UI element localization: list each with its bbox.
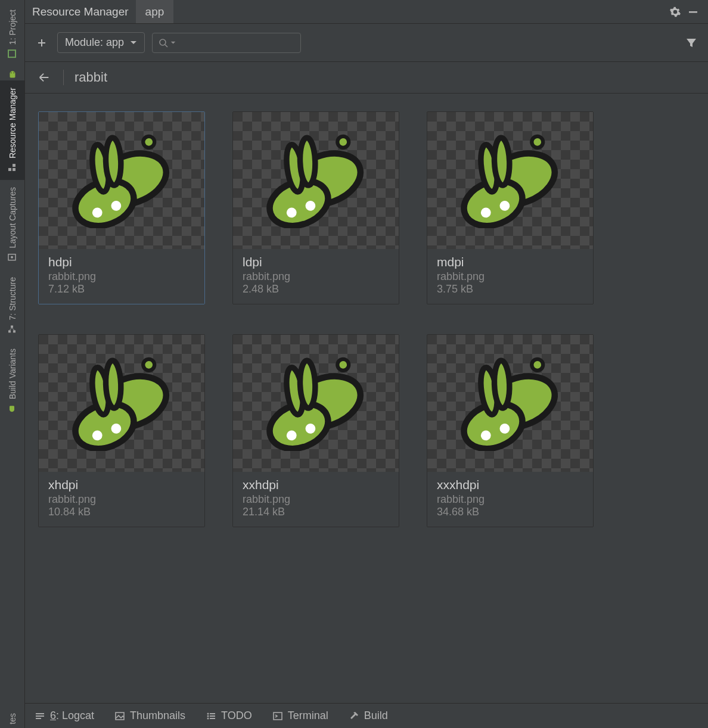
resource-grid: hdpi rabbit.png 7.12 kB ldpi rabbit.png … xyxy=(38,111,695,527)
hammer-icon xyxy=(349,711,359,721)
module-tab-label: app xyxy=(145,5,164,18)
sidebar-item-label: Build Variants xyxy=(8,349,17,399)
svg-rect-5 xyxy=(13,164,16,167)
search-box[interactable] xyxy=(152,33,301,53)
bottom-item-label: TODO xyxy=(221,710,252,722)
svg-rect-0 xyxy=(9,50,16,57)
filter-icon xyxy=(685,37,697,49)
svg-rect-16 xyxy=(36,713,44,714)
resource-info: xxhdpi rabbit.png 21.14 kB xyxy=(233,472,399,527)
module-select[interactable]: Module: app xyxy=(57,32,145,53)
top-tab-bar: Resource Manager app xyxy=(25,0,708,24)
rabbit-icon xyxy=(253,133,378,228)
resource-size: 10.84 kB xyxy=(48,506,195,518)
resource-card[interactable]: xxxhdpi rabbit.png 34.68 kB xyxy=(427,334,594,527)
bottom-item-logcat[interactable]: 6: Logcat xyxy=(35,710,94,722)
svg-line-11 xyxy=(13,328,15,330)
search-icon xyxy=(159,38,168,48)
rabbit-icon xyxy=(448,133,573,228)
plus-icon xyxy=(36,38,47,48)
resource-card[interactable]: hdpi rabbit.png 7.12 kB xyxy=(38,111,205,304)
svg-point-24 xyxy=(207,717,209,719)
captures-icon xyxy=(7,252,18,263)
resource-thumbnail xyxy=(233,335,399,472)
bottom-item-thumbnails[interactable]: Thumbnails xyxy=(114,710,185,722)
add-button[interactable] xyxy=(33,35,50,51)
resource-filename: rabbit.png xyxy=(243,493,389,506)
svg-point-20 xyxy=(207,713,209,714)
resource-filename: rabbit.png xyxy=(48,493,195,506)
terminal-icon xyxy=(272,711,283,721)
svg-rect-10 xyxy=(11,325,14,328)
resource-grid-container[interactable]: hdpi rabbit.png 7.12 kB ldpi rabbit.png … xyxy=(25,94,708,703)
list-icon xyxy=(206,711,216,721)
resource-density: xhdpi xyxy=(48,478,195,492)
resource-thumbnail xyxy=(39,112,204,249)
bottom-item-todo[interactable]: TODO xyxy=(206,710,252,722)
tool-window-gutter: 1: Project Resource Manager Layout Captu… xyxy=(0,0,25,728)
resource-density: hdpi xyxy=(48,255,195,269)
svg-rect-23 xyxy=(210,715,215,717)
rabbit-icon xyxy=(448,356,573,451)
resource-filename: rabbit.png xyxy=(48,270,195,283)
svg-line-15 xyxy=(165,45,167,47)
bottom-item-label: Terminal xyxy=(288,710,328,722)
sidebar-item-label: Resource Manager xyxy=(8,88,17,158)
resource-filename: rabbit.png xyxy=(437,270,583,283)
chevron-down-icon xyxy=(170,41,176,45)
bottom-item-label: Build xyxy=(364,710,388,722)
svg-point-22 xyxy=(207,715,209,717)
resource-thumbnail xyxy=(233,112,399,249)
bottom-item-terminal[interactable]: Terminal xyxy=(272,710,328,722)
resource-card[interactable]: xhdpi rabbit.png 10.84 kB xyxy=(38,334,205,527)
resource-thumbnail xyxy=(427,335,593,472)
svg-point-14 xyxy=(160,39,166,45)
module-select-label: Module: app xyxy=(65,36,124,49)
resource-info: ldpi rabbit.png 2.48 kB xyxy=(233,249,399,304)
sidebar-item-structure[interactable]: 7: Structure xyxy=(0,270,24,341)
resource-filename: rabbit.png xyxy=(243,270,389,283)
svg-point-1 xyxy=(11,73,12,74)
svg-rect-9 xyxy=(9,330,11,332)
minimize-button[interactable] xyxy=(684,3,702,21)
toolbar: Module: app xyxy=(25,24,708,62)
main-panel: Resource Manager app Module: app xyxy=(25,0,708,728)
resource-card[interactable]: xxhdpi rabbit.png 21.14 kB xyxy=(232,334,399,527)
search-input[interactable] xyxy=(181,37,307,49)
rabbit-icon xyxy=(59,356,184,451)
bottom-item-build[interactable]: Build xyxy=(349,710,388,722)
sidebar-item-more[interactable]: tes xyxy=(0,710,24,728)
resource-density: xxxhdpi xyxy=(437,478,583,492)
bottom-item-label: Thumbnails xyxy=(130,710,185,722)
breadcrumb: rabbit xyxy=(25,62,708,94)
resource-card[interactable]: mdpi rabbit.png 3.75 kB xyxy=(427,111,594,304)
sidebar-item-resource-manager[interactable]: Resource Manager xyxy=(0,80,24,180)
arrow-left-icon xyxy=(38,71,51,84)
project-icon xyxy=(7,48,18,59)
back-button[interactable] xyxy=(36,69,52,86)
sidebar-item-project[interactable]: 1: Project xyxy=(0,2,24,66)
resource-thumbnail xyxy=(427,112,593,249)
build-variants-icon xyxy=(7,403,18,414)
resource-size: 34.68 kB xyxy=(437,506,583,518)
resource-density: mdpi xyxy=(437,255,583,269)
resource-size: 3.75 kB xyxy=(437,283,583,295)
svg-point-2 xyxy=(13,73,14,74)
resource-density: xxhdpi xyxy=(243,478,389,492)
filter-button[interactable] xyxy=(683,35,700,51)
sidebar-item-build-variants[interactable]: Build Variants xyxy=(0,341,24,421)
resource-info: xhdpi rabbit.png 10.84 kB xyxy=(39,472,204,527)
module-tab[interactable]: app xyxy=(136,0,174,23)
logcat-icon xyxy=(35,711,45,721)
resource-card[interactable]: ldpi rabbit.png 2.48 kB xyxy=(232,111,399,304)
svg-rect-13 xyxy=(689,11,697,13)
resource-info: hdpi rabbit.png 7.12 kB xyxy=(39,249,204,304)
sidebar-item-label: tes xyxy=(8,713,17,724)
settings-button[interactable] xyxy=(666,3,684,21)
svg-rect-3 xyxy=(13,168,16,171)
svg-point-7 xyxy=(11,256,14,259)
sidebar-item-layout-captures[interactable]: Layout Captures xyxy=(0,180,24,270)
gear-icon xyxy=(669,6,681,18)
resource-thumbnail xyxy=(39,335,204,472)
breadcrumb-current: rabbit xyxy=(74,70,107,85)
